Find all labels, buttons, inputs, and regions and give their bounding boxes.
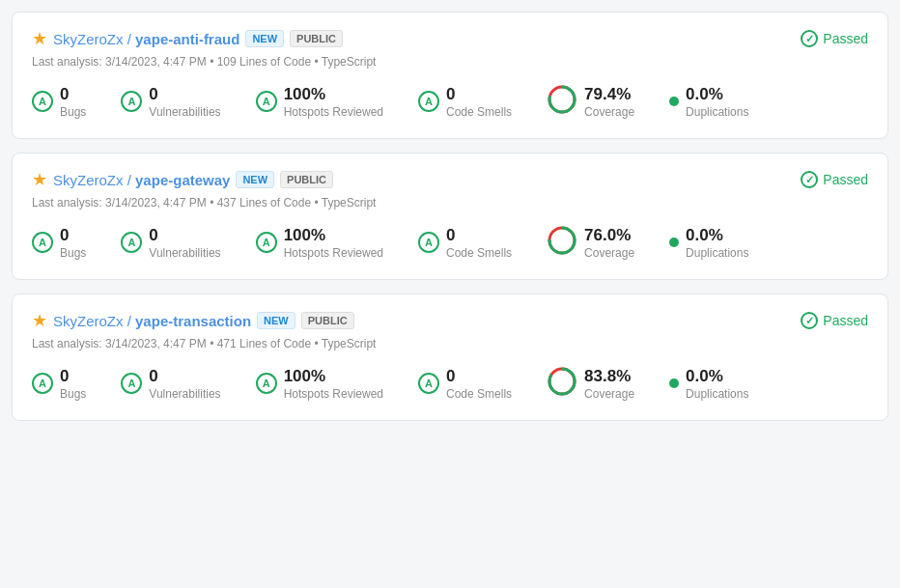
metric-coverage: 79.4% Coverage [547,84,634,119]
metric-inner: 0 Bugs [60,226,86,260]
metric-label: Hotspots Reviewed [284,105,383,119]
check-icon [801,171,818,188]
metric-label: Code Smells [446,246,512,260]
repo-link[interactable]: SkyZeroZx / yape-anti-fraud [53,31,239,47]
dot2: • [314,196,318,210]
passed-label: Passed [823,31,868,46]
metric-code-smells: A 0 Code Smells [418,367,512,401]
card-yape-gateway: ★SkyZeroZx / yape-gatewayNEWPUBLICPassed… [12,153,888,280]
badge-new: NEW [236,171,274,188]
metric-label: Coverage [584,246,634,260]
metric-inner: 0 Code Smells [446,226,512,260]
badge-new: NEW [245,30,284,47]
passed-badge: Passed [801,30,868,47]
owner: SkyZeroZx [53,31,124,47]
lines-of-code: 471 Lines of Code [217,337,311,350]
metric-value: 0 [60,367,69,386]
metric-value: 76.0% [584,226,631,245]
metric-value: 0 [446,85,455,104]
star-icon[interactable]: ★ [32,30,47,47]
metrics-row: A 0 Bugs A 0 Vulnerabilities A 100% Hots… [32,225,868,260]
dup-dot [669,378,679,388]
metric-value: 0 [60,85,69,104]
metric-coverage: 76.0% Coverage [547,225,634,260]
card-header: ★SkyZeroZx / yape-gatewayNEWPUBLICPassed [32,171,868,188]
metric-label: Hotspots Reviewed [284,387,383,401]
metric-value: 0.0% [686,85,723,104]
metric-inner: 0 Vulnerabilities [149,367,220,401]
metric-bugs: A 0 Bugs [32,226,86,260]
metric-value: 0.0% [686,226,723,245]
last-analysis-label: Last analysis: [32,55,102,69]
repo-name: yape-anti-fraud [135,31,239,47]
header-left: ★SkyZeroZx / yape-anti-fraudNEWPUBLIC [32,30,343,47]
metric-inner: 0 Code Smells [446,367,512,401]
card-yape-transaction: ★SkyZeroZx / yape-transactionNEWPUBLICPa… [12,294,888,421]
metric-label: Coverage [584,105,634,119]
lines-of-code: 437 Lines of Code [217,196,311,210]
dup-dot [669,238,679,247]
metric-bugs: A 0 Bugs [32,85,86,119]
repo-link[interactable]: SkyZeroZx / yape-gateway [53,172,230,188]
metric-inner: 0 Bugs [60,367,86,401]
metric-label: Hotspots Reviewed [284,246,383,260]
metric-value: 0 [149,367,157,386]
metric-hotspots-reviewed: A 100% Hotspots Reviewed [256,367,383,401]
card-header: ★SkyZeroZx / yape-anti-fraudNEWPUBLICPas… [32,30,868,47]
metrics-row: A 0 Bugs A 0 Vulnerabilities A 100% Hots… [32,366,868,401]
lines-of-code: 109 Lines of Code [217,55,311,69]
metric-inner: 0 Code Smells [446,85,512,119]
metric-value: 100% [284,85,325,104]
last-analysis-label: Last analysis: [32,196,102,210]
language: TypeScript [322,55,377,69]
owner: SkyZeroZx [53,313,124,329]
owner: SkyZeroZx [53,172,124,188]
language: TypeScript [322,337,377,350]
metric-coverage: 83.8% Coverage [547,366,634,401]
metric-vulnerabilities: A 0 Vulnerabilities [121,226,220,260]
metrics-row: A 0 Bugs A 0 Vulnerabilities A 100% Hots… [32,84,868,119]
badge-public: PUBLIC [301,312,354,329]
coverage-circle-container [547,84,577,119]
grade-badge: A [32,91,53,112]
metric-value: 0.0% [686,367,723,386]
grade-badge: A [418,373,439,394]
metric-value: 0 [446,367,455,386]
separator: / [124,172,136,188]
dot1: • [210,55,213,69]
metric-hotspots-reviewed: A 100% Hotspots Reviewed [256,226,383,260]
language: TypeScript [322,196,377,210]
metric-label: Code Smells [446,387,512,401]
metric-inner: 0 Vulnerabilities [149,226,220,260]
last-analysis-date: 3/14/2023, 4:47 PM [105,55,207,69]
metric-inner: 100% Hotspots Reviewed [284,226,383,260]
last-analysis-date: 3/14/2023, 4:47 PM [105,337,207,350]
star-icon[interactable]: ★ [32,171,47,188]
dot2: • [314,55,318,69]
header-left: ★SkyZeroZx / yape-gatewayNEWPUBLIC [32,171,333,188]
check-icon [801,30,818,47]
check-icon [801,312,818,329]
metric-label: Coverage [584,387,634,401]
metric-vulnerabilities: A 0 Vulnerabilities [121,85,220,119]
metric-code-smells: A 0 Code Smells [418,85,512,119]
coverage-circle-container [547,366,577,401]
metric-inner: 100% Hotspots Reviewed [284,85,383,119]
repo-name: yape-gateway [135,172,230,188]
metric-value: 79.4% [584,85,631,104]
metric-label: Duplications [686,105,748,119]
grade-badge: A [32,232,53,253]
metric-duplications: 0.0% Duplications [669,85,748,119]
metric-inner: 0 Vulnerabilities [149,85,220,119]
metric-value: 0 [60,226,69,245]
repo-link[interactable]: SkyZeroZx / yape-transaction [53,313,251,329]
grade-badge: A [418,91,439,112]
grade-badge: A [121,91,142,112]
header-left: ★SkyZeroZx / yape-transactionNEWPUBLIC [32,312,354,329]
passed-label: Passed [823,313,868,328]
metric-code-smells: A 0 Code Smells [418,226,512,260]
grade-badge: A [32,373,53,394]
star-icon[interactable]: ★ [32,312,47,329]
metric-hotspots-reviewed: A 100% Hotspots Reviewed [256,85,383,119]
badge-public: PUBLIC [280,171,333,188]
